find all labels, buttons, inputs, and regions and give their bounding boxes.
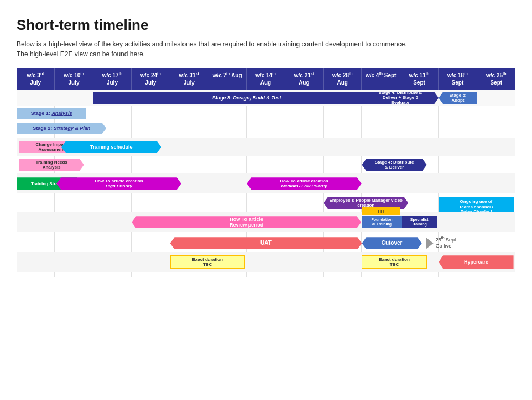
timeline: w/c 3rdJuly w/c 10thJuly w/c 17thJuly w/… — [17, 68, 515, 277]
review-period-bar: How To articleReview period — [132, 216, 361, 228]
col-header-8: w/c 21stAug — [285, 68, 324, 90]
here-link[interactable]: here — [130, 50, 143, 58]
timeline-header: w/c 3rdJuly w/c 10thJuly w/c 17thJuly w/… — [17, 68, 515, 90]
col-header-1: w/c 3rdJuly — [17, 68, 55, 90]
foundation-training-bar: Foundational Training — [362, 216, 401, 228]
go-live-text: 25th Sept —Go-live — [436, 236, 474, 249]
ttt-bar: TTT — [362, 207, 400, 215]
slide: Short-term timeline Below is a high-leve… — [0, 0, 532, 400]
duration-row: Exact durationTBC Exact durationTBC Hype… — [17, 252, 515, 272]
exact-duration-right: Exact durationTBC — [362, 255, 426, 269]
training-schedule-bar: Training schedule — [61, 141, 161, 153]
col-header-13: w/c 25thSept — [477, 68, 515, 90]
col-header-5: w/c 31stJuly — [170, 68, 208, 90]
hypercare-bar: Hypercare — [439, 255, 513, 269]
timeline-body: Stage 3: Design, Build & Test Stage 4: D… — [17, 90, 515, 277]
col-header-7: w/c 14thAug — [247, 68, 285, 90]
page-title: Short-term timeline — [17, 17, 515, 34]
uat-row: UAT Cutover 25th Sept —Go-live — [17, 234, 515, 252]
review-period-row: How To articleReview period Foundational… — [17, 212, 515, 232]
stage4-bar: Stage 4: Distribute &Deliver + Stage 5Ev… — [362, 92, 439, 104]
spacer3 — [17, 272, 515, 277]
specialist-training-bar: SpecialistTraining — [402, 216, 437, 228]
stage5-bar: Stage 5:Adopt — [439, 92, 477, 104]
stage2-row: Stage 2: Strategy & Plan — [17, 122, 515, 135]
change-impact-row: Change ImpactAssessment Training schedul… — [17, 138, 515, 156]
training-needs-bar: Training NeedsAnalysis — [19, 159, 84, 171]
stage1-bar: Stage 1: Analysis — [17, 108, 86, 119]
col-header-6: w/c 7th Aug — [208, 68, 247, 90]
stage2-bar: Stage 2: Strategy & Plan — [17, 123, 106, 134]
stage1-row: Stage 1: Analysis — [17, 106, 515, 122]
training-needs-row: Training NeedsAnalysis Stage 4: Distribu… — [17, 156, 515, 173]
col-header-4: w/c 24thJuly — [132, 68, 170, 90]
go-live-arrow — [426, 237, 434, 249]
col-header-10: w/c 4th Sept — [362, 68, 400, 90]
stage-row-1: Stage 3: Design, Build & Test Stage 4: D… — [17, 90, 515, 106]
col-header-2: w/c 10thJuly — [55, 68, 93, 90]
video-creation-row: Employee & People Manager videocreation … — [17, 193, 515, 212]
uat-bar: UAT — [170, 237, 362, 249]
howto-medium-priority-bar: How To article creationMedium / Low Prio… — [247, 177, 361, 190]
description: Below is a high-level view of the key ac… — [17, 39, 515, 59]
howto-high-priority-bar: How To article creationHigh Priority — [56, 177, 181, 190]
col-header-12: w/c 18thSept — [439, 68, 477, 90]
cutover-bar: Cutover — [362, 237, 421, 249]
stage4-distribute-bar: Stage 4: Distribute& Deliver — [362, 159, 426, 171]
stage3-bar: Stage 3: Design, Build & Test — [93, 92, 400, 104]
exact-duration-left: Exact durationTBC — [170, 255, 245, 269]
col-header-11: w/c 11thSept — [400, 68, 439, 90]
training-strategy-row: Training Strategy How To article creatio… — [17, 173, 515, 193]
col-header-9: w/c 28thAug — [324, 68, 362, 90]
col-header-3: w/c 17thJuly — [93, 68, 132, 90]
